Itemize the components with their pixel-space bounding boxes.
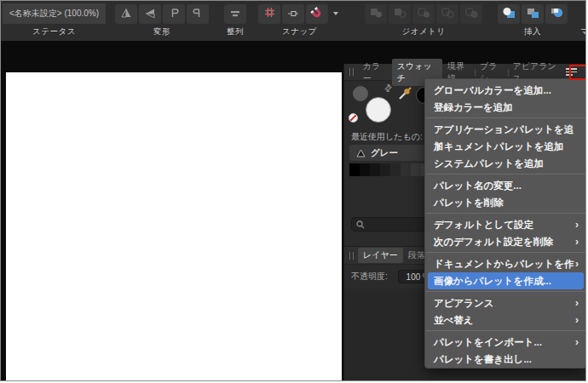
geometry-combine-button[interactable] [460,4,482,24]
group-label-transform: 変形 [153,26,170,37]
insert-inside-icon [502,7,516,21]
stroke-color-swatch[interactable] [353,86,368,101]
swatch[interactable] [370,163,380,176]
no-color-icon[interactable] [349,113,358,123]
opacity-label: 不透明度: [351,271,388,283]
menu-item-set-as-default[interactable]: デフォルトとして設定 [425,216,586,233]
menu-item-create-palette-from-document[interactable]: ドキュメントからパレットを作成 [425,255,586,272]
fill-color-swatch[interactable] [366,97,391,123]
snap-options-button[interactable] [330,4,341,24]
toolbar-group-transform: 変形 [114,3,210,37]
snap-node-button[interactable] [282,4,304,24]
menu-separator [426,174,585,174]
geometry-subtract-button[interactable] [389,4,411,24]
swatch[interactable] [390,163,401,176]
geometry-subtract-icon [394,8,406,20]
document-canvas[interactable] [6,72,342,380]
menu-item-export-palette[interactable]: パレットを書き出し... [425,351,586,368]
group-label-snap: スナップ [282,26,317,37]
menu-item-add-application-palette[interactable]: アプリケーションパレットを追加 [425,121,586,138]
group-label-insert: 挿入 [524,26,541,37]
toolbar-group-insert: 挿入 [497,3,568,37]
snap-toggle-button[interactable] [306,4,328,24]
search-icon [356,220,365,229]
swatch[interactable] [401,163,411,176]
top-toolbar: <名称未設定> (100.0%) ステータス 変形 整列 [1,1,585,41]
toolbar-group-geometry: ジオメトリ [364,3,483,37]
group-label-status: ステータス [32,26,76,37]
geometry-combine-icon [465,8,478,20]
recent-colors-label: 最近使用したもの: [351,131,423,143]
insert-inside-button[interactable] [498,4,520,24]
flip-vertical-icon [120,8,132,20]
swatch[interactable] [380,163,390,176]
insert-behind-button[interactable] [522,4,544,24]
menu-item-appearance[interactable]: アピアランス [425,294,586,312]
swatch[interactable] [411,163,421,176]
align-button[interactable] [224,4,246,24]
menu-item-add-spot-color[interactable]: 登録カラーを追加 [425,99,586,116]
geometry-add-button[interactable] [365,4,387,24]
insert-behind-icon [526,7,539,21]
menu-item-rename-palette[interactable]: パレット名の変更... [425,177,586,194]
insert-on-top-button[interactable] [545,4,568,24]
group-label-geometry: ジオメトリ [401,26,445,37]
group-label-account: マイアカウント [580,26,586,37]
eyedropper-icon[interactable] [397,86,412,105]
snap-node-icon [287,8,299,20]
document-tab[interactable]: <名称未設定> (100.0%) [3,3,106,24]
menu-item-add-global-color[interactable]: グローバルカラーを追加... [425,82,586,99]
swatch[interactable] [349,163,360,176]
app-window: <名称未設定> (100.0%) ステータス 変形 整列 [0,0,586,381]
menu-separator [426,330,585,331]
menu-item-import-palette[interactable]: パレットをインポート... [425,334,586,351]
chevron-down-icon [333,12,338,15]
menu-item-sort[interactable]: 並べ替え [425,312,586,329]
magnet-icon [308,5,326,22]
menu-item-add-system-palette[interactable]: システムパレットを追加 [425,155,586,172]
geometry-add-icon [370,8,383,20]
menu-item-create-palette-from-image[interactable]: 画像からパレットを作成... [428,272,584,289]
menu-separator [426,291,585,292]
group-label-align: 整列 [227,26,244,37]
toolbar-group-align: 整列 [223,3,247,37]
annotation-box [569,65,586,80]
palette-type-icon [356,146,366,161]
rotate-cw-button[interactable] [187,4,209,24]
geometry-intersect-button[interactable] [412,4,435,24]
geometry-divide-icon [441,8,454,20]
menu-separator [426,213,585,214]
menu-separator [426,117,585,118]
menu-item-add-document-palette[interactable]: ドキュメントパレットを追加 [425,138,586,155]
panel-drag-handle-icon[interactable] [349,68,354,76]
panel-drag-handle-icon[interactable] [349,252,354,260]
insert-on-top-icon [550,7,563,21]
flip-vertical-button[interactable] [115,4,137,24]
menu-item-delete-palette[interactable]: パレットを削除 [425,194,586,211]
flip-horizontal-button[interactable] [139,4,161,24]
toolbar-group-snap: スナップ [257,3,342,37]
palette-options-menu: グローバルカラーを追加... 登録カラーを追加 アプリケーションパレットを追加 … [424,78,586,369]
swatch[interactable] [360,163,370,176]
rotate-ccw-button[interactable] [163,4,185,24]
toolbar-group-status: <名称未設定> (100.0%) ステータス [3,3,106,37]
menu-separator [426,252,585,253]
toolbar-group-account: マイアカウント [580,3,586,37]
flip-horizontal-icon [145,8,155,20]
snap-grid-icon [264,7,275,20]
tab-layers[interactable]: レイヤー [358,248,403,263]
geometry-intersect-icon [418,8,430,20]
snap-grid-button[interactable] [258,4,280,24]
palette-name: グレー [371,147,398,159]
align-icon [230,8,240,20]
geometry-divide-button[interactable] [436,4,458,24]
rotate-ccw-icon [169,8,179,20]
menu-item-remove-default[interactable]: 次のデフォルト設定を削除 [425,233,586,250]
rotate-cw-icon [193,8,203,20]
